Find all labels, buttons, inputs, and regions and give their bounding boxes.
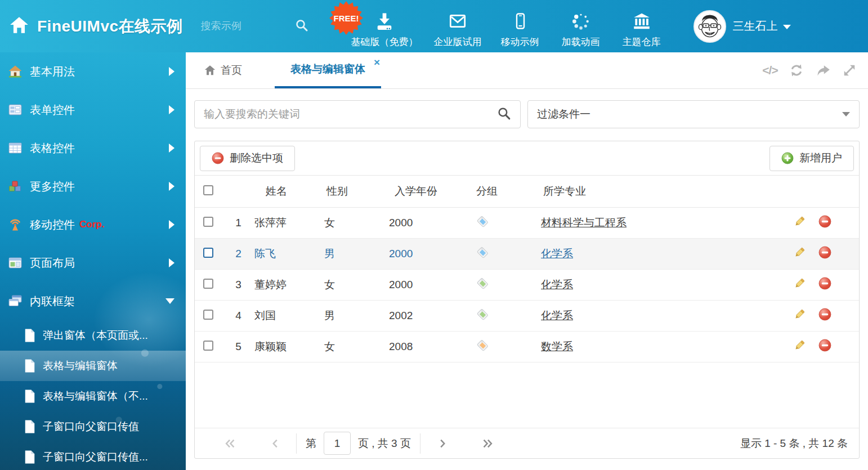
column-header-group[interactable]: 分组	[471, 184, 535, 199]
row-checkbox[interactable]	[203, 217, 213, 227]
delete-minus-icon[interactable]	[818, 215, 831, 228]
header-search-input[interactable]	[201, 20, 288, 32]
chevron-down-icon	[165, 298, 175, 304]
share-icon[interactable]	[815, 63, 831, 78]
app-header: FineUIMvc在线示例 FREE! 基础版（免费） 企业版试用	[0, 0, 868, 52]
row-checkbox[interactable]	[203, 341, 213, 351]
first-page-icon[interactable]	[221, 435, 240, 452]
tab-home[interactable]: 首页	[204, 52, 242, 88]
record-count-summary: 显示 1 - 5 条 , 共 12 条	[740, 436, 848, 451]
expand-icon[interactable]	[841, 63, 858, 78]
search-icon[interactable]	[497, 106, 511, 123]
sidebar-subitem-grid-edit-window[interactable]: 表格与编辑窗体	[0, 351, 186, 381]
sidebar-item-table-controls[interactable]: 表格控件	[0, 129, 186, 167]
bank-icon	[632, 10, 652, 33]
row-number: 3	[226, 279, 251, 291]
code-icon[interactable]: </>	[762, 63, 778, 78]
tab-grid-edit-window[interactable]: 表格与编辑窗体 ×	[275, 52, 381, 88]
sidebar-subitem-child-to-parent[interactable]: 子窗口向父窗口传值	[0, 411, 186, 442]
sidebar-item-more-controls[interactable]: 更多控件	[0, 167, 186, 205]
table-icon	[8, 141, 23, 155]
nav-item-theme-store[interactable]: 主题仓库	[611, 4, 672, 48]
major-link[interactable]: 材料科学与工程系	[541, 217, 627, 229]
sidebar-subitem-grid-edit-window-2[interactable]: 表格与编辑窗体（不...	[0, 381, 186, 411]
keyword-search-input[interactable]	[204, 108, 497, 120]
add-user-button[interactable]: 新增用户	[769, 146, 854, 171]
chevron-down-icon	[783, 25, 791, 29]
edit-pencil-icon[interactable]	[793, 308, 806, 321]
table-row[interactable]: 5 康颖颖 女 2008 数学系	[195, 332, 859, 362]
major-link[interactable]: 化学系	[541, 310, 573, 321]
row-checkbox[interactable]	[203, 310, 213, 320]
refresh-icon[interactable]	[788, 63, 805, 78]
page-icon	[24, 389, 36, 404]
sidebar-subitem-popup-window[interactable]: 弹出窗体（本页面或...	[0, 320, 186, 351]
sidebar-item-form-controls[interactable]: 表单控件	[0, 91, 186, 129]
next-page-icon[interactable]	[433, 435, 452, 452]
nav-label: 加载动画	[562, 35, 600, 48]
filter-row: 过滤条件一	[194, 100, 860, 128]
table-row[interactable]: 2 陈飞 男 2000 化学系	[195, 239, 859, 270]
chevron-right-icon	[169, 144, 175, 153]
sidebar-subitem-child-to-parent-2[interactable]: 子窗口向父窗口传值...	[0, 442, 186, 470]
table-row[interactable]: 3 董婷婷 女 2000 化学系	[195, 270, 859, 301]
nav-item-loading-animation[interactable]: 加载动画	[551, 4, 611, 48]
brand[interactable]: FineUIMvc在线示例	[9, 15, 183, 38]
mobile-icon	[511, 10, 530, 33]
column-header-year[interactable]: 入学年份	[383, 184, 471, 199]
edit-pencil-icon[interactable]	[793, 277, 806, 290]
page-icon	[24, 419, 36, 434]
table-row[interactable]: 4 刘国 男 2002 化学系	[195, 301, 859, 332]
delete-minus-icon[interactable]	[818, 277, 831, 290]
edit-pencil-icon[interactable]	[793, 339, 806, 352]
chevron-right-icon	[169, 105, 175, 114]
main-area: 首页 表格与编辑窗体 × </>	[186, 52, 868, 470]
column-header-major[interactable]: 所学专业	[535, 184, 793, 199]
column-header-gender[interactable]: 性别	[319, 184, 383, 199]
free-badge: FREE!	[329, 1, 364, 35]
nav-item-basic-free[interactable]: FREE! 基础版（免费）	[343, 4, 426, 48]
major-link[interactable]: 化学系	[541, 279, 573, 290]
table-empty-area	[195, 362, 859, 428]
user-name: 三生石上	[733, 19, 778, 34]
cell-gender: 女	[319, 216, 383, 230]
cell-name: 董婷婷	[251, 277, 319, 292]
prev-page-icon[interactable]	[266, 435, 285, 452]
table-row[interactable]: 1 张萍萍 女 2000 材料科学与工程系	[195, 208, 859, 239]
edit-pencil-icon[interactable]	[793, 246, 806, 259]
row-checkbox[interactable]	[203, 248, 213, 258]
sidebar-item-basic-usage[interactable]: 基本用法	[0, 52, 186, 91]
sidebar-item-mobile-controls[interactable]: 移动控件 Corp.	[0, 205, 186, 244]
app-title: FineUIMvc在线示例	[37, 16, 183, 37]
delete-minus-icon[interactable]	[818, 308, 831, 321]
delete-minus-icon[interactable]	[818, 246, 831, 259]
chevron-right-icon	[169, 182, 175, 191]
major-link[interactable]: 数学系	[541, 341, 573, 352]
search-icon[interactable]	[295, 19, 308, 34]
page-number-input[interactable]	[324, 432, 351, 455]
column-header-name[interactable]: 姓名	[251, 184, 319, 199]
row-number: 2	[226, 248, 251, 260]
major-link[interactable]: 化学系	[541, 248, 573, 259]
select-all-checkbox[interactable]	[203, 185, 213, 195]
tag-icon	[476, 277, 489, 290]
nav-item-enterprise-trial[interactable]: 企业版试用	[426, 4, 490, 48]
header-search[interactable]	[201, 19, 308, 34]
row-checkbox[interactable]	[203, 279, 213, 289]
page-label-prefix: 第	[306, 436, 316, 451]
close-icon[interactable]: ×	[374, 57, 380, 68]
last-page-icon[interactable]	[478, 435, 497, 452]
sidebar-item-inline-frame[interactable]: 内联框架	[0, 282, 186, 320]
nav-item-mobile-demo[interactable]: 移动示例	[490, 4, 551, 48]
tab-label: 首页	[221, 63, 242, 78]
user-menu[interactable]: 三生石上	[693, 10, 791, 43]
keyword-search-box	[194, 100, 521, 128]
delete-minus-icon[interactable]	[818, 339, 831, 352]
sidebar-item-page-layout[interactable]: 页面布局	[0, 244, 186, 282]
filter-dropdown[interactable]: 过滤条件一	[527, 100, 860, 128]
edit-pencil-icon[interactable]	[793, 215, 806, 228]
cell-gender: 男	[319, 308, 383, 323]
table-header: 姓名 性别 入学年份 分组 所学专业	[195, 176, 859, 208]
avatar[interactable]	[693, 10, 726, 43]
delete-selected-button[interactable]: 删除选中项	[200, 146, 295, 171]
